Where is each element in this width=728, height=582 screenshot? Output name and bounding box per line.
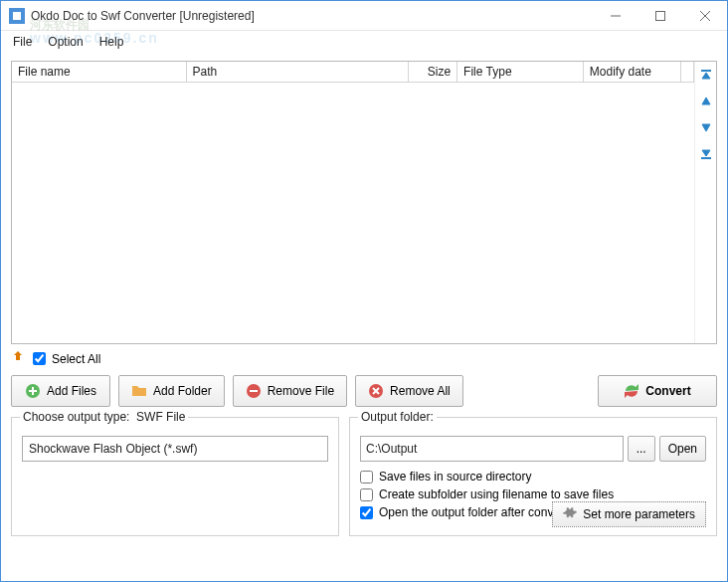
menu-option[interactable]: Option [40, 32, 91, 52]
minus-icon [246, 383, 262, 399]
more-parameters-button[interactable]: Set more parameters [552, 501, 706, 527]
remove-file-label: Remove File [268, 384, 334, 398]
svg-marker-10 [702, 150, 710, 156]
open-folder-button[interactable]: Open [659, 436, 706, 462]
move-bottom-button[interactable] [698, 145, 714, 161]
output-folder-panel: Output folder: ... Open Save files in so… [349, 417, 717, 536]
app-icon [9, 8, 25, 24]
output-type-label: Choose output type: SWF File [20, 410, 188, 424]
add-files-label: Add Files [47, 384, 96, 398]
add-folder-label: Add Folder [153, 384, 212, 398]
add-folder-button[interactable]: Add Folder [118, 375, 225, 407]
file-list: File name Path Size File Type Modify dat… [11, 61, 717, 344]
convert-button[interactable]: Convert [598, 375, 717, 407]
file-list-scroll[interactable]: File name Path Size File Type Modify dat… [12, 62, 694, 343]
minimize-button[interactable] [593, 1, 637, 31]
remove-all-label: Remove All [390, 384, 451, 398]
select-all-label: Select All [52, 352, 100, 366]
create-subfolder-label: Create subfolder using filename to save … [379, 487, 614, 501]
svg-marker-9 [702, 124, 710, 131]
move-top-button[interactable] [698, 68, 714, 84]
maximize-button[interactable] [637, 1, 682, 31]
browse-button[interactable]: ... [628, 436, 655, 462]
col-modifydate[interactable]: Modify date [583, 62, 680, 82]
up-arrow-icon [13, 350, 27, 367]
select-all-checkbox[interactable] [33, 352, 46, 365]
save-source-label: Save files in source directory [379, 470, 531, 484]
remove-file-button[interactable]: Remove File [233, 375, 347, 407]
col-extra [681, 62, 694, 82]
save-source-checkbox[interactable] [360, 471, 373, 484]
folder-icon [131, 383, 147, 399]
close-button[interactable] [682, 1, 727, 31]
window-title: Okdo Doc to Swf Converter [Unregistered] [31, 9, 593, 23]
select-all-row: Select All [11, 344, 717, 375]
svg-rect-3 [655, 11, 664, 20]
menu-help[interactable]: Help [91, 32, 132, 52]
convert-icon [624, 383, 639, 399]
output-folder-label: Output folder: [358, 410, 437, 424]
output-folder-input[interactable] [360, 436, 624, 462]
remove-all-button[interactable]: Remove All [355, 375, 463, 407]
svg-marker-8 [702, 97, 710, 104]
menu-bar: File Option Help [1, 31, 727, 53]
col-filetype[interactable]: File Type [457, 62, 584, 82]
title-bar: Okdo Doc to Swf Converter [Unregistered] [1, 1, 727, 31]
add-files-button[interactable]: Add Files [11, 375, 110, 407]
gear-icon [563, 506, 577, 523]
output-type-select[interactable]: Shockwave Flash Object (*.swf) [22, 436, 328, 462]
reorder-controls [694, 62, 716, 343]
table-header-row: File name Path Size File Type Modify dat… [12, 62, 694, 82]
convert-label: Convert [645, 384, 690, 398]
svg-rect-1 [13, 12, 21, 20]
output-type-panel: Choose output type: SWF File Shockwave F… [11, 417, 339, 536]
col-path[interactable]: Path [186, 62, 408, 82]
move-down-button[interactable] [698, 119, 714, 135]
x-icon [368, 383, 384, 399]
more-parameters-label: Set more parameters [583, 507, 695, 521]
toolbar: Add Files Add Folder Remove File Remove … [11, 375, 717, 407]
menu-file[interactable]: File [5, 32, 40, 52]
svg-marker-7 [702, 73, 710, 79]
open-after-checkbox[interactable] [360, 506, 373, 519]
move-up-button[interactable] [698, 94, 714, 109]
create-subfolder-checkbox[interactable] [360, 488, 373, 501]
col-filename[interactable]: File name [12, 62, 186, 82]
plus-icon [25, 383, 41, 399]
col-size[interactable]: Size [408, 62, 457, 82]
